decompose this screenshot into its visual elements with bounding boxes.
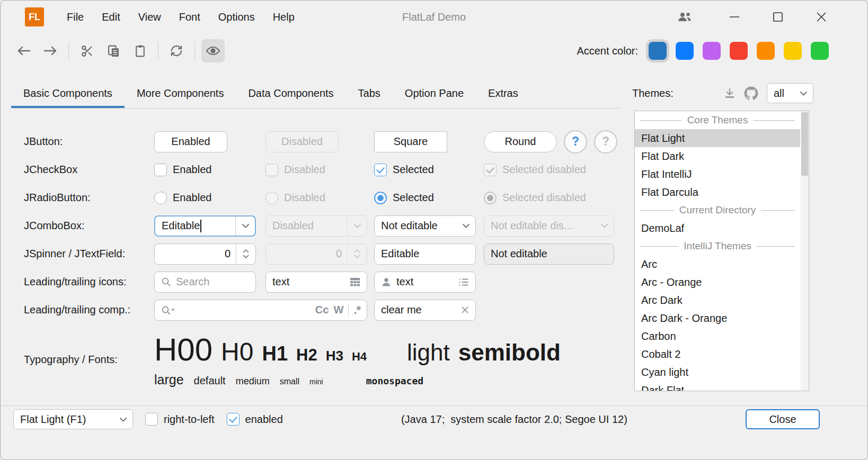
search-with-dropdown-icon[interactable] — [161, 305, 175, 315]
menu-item-file[interactable]: File — [58, 8, 93, 26]
accent-color-swatch-3[interactable] — [703, 42, 721, 60]
spinner-down-icon — [243, 255, 249, 258]
whole-word-icon[interactable]: W — [333, 304, 343, 316]
radio-selected[interactable]: Selected — [374, 192, 434, 204]
clear-icon[interactable] — [461, 306, 469, 314]
textfield-input[interactable] — [381, 248, 469, 260]
light-sample: light — [407, 339, 450, 366]
jcombobox-label: JComboBox: — [24, 220, 154, 232]
chevron-down-icon[interactable] — [456, 223, 475, 228]
checkbox-selected[interactable]: Selected — [374, 164, 434, 176]
refresh-button[interactable] — [165, 39, 188, 62]
show-hidden-eye-toggle[interactable] — [201, 39, 225, 62]
accent-color-swatch-5[interactable] — [757, 42, 775, 60]
jbutton-square[interactable]: Square — [374, 131, 447, 152]
help-button[interactable]: ? — [564, 130, 587, 154]
theme-item-arc-dark-orange[interactable]: Arc Dark - Orange — [635, 309, 800, 327]
menu-item-font[interactable]: Font — [170, 8, 209, 26]
textfield-input[interactable] — [396, 276, 454, 288]
chevron-down-icon[interactable] — [113, 417, 132, 422]
tab-tabs[interactable]: Tabs — [346, 81, 393, 108]
combobox-not-editable[interactable]: Not editable — [374, 215, 476, 237]
chevron-down-icon[interactable] — [236, 223, 255, 228]
cut-button[interactable] — [75, 39, 99, 62]
github-icon[interactable] — [740, 83, 761, 104]
checkbox-enabled[interactable]: Enabled — [154, 164, 211, 176]
text-field-table[interactable] — [265, 272, 367, 293]
clear-me-input[interactable] — [381, 304, 456, 316]
theme-item-flat-light[interactable]: Flat Light — [635, 129, 800, 147]
regex-icon[interactable]: .* — [353, 303, 360, 317]
accent-color-swatch-2[interactable] — [676, 42, 694, 60]
jbutton-round[interactable]: Round — [484, 131, 557, 152]
textfield-input[interactable] — [272, 276, 345, 288]
spinner-input[interactable] — [155, 248, 236, 260]
users-icon[interactable] — [672, 5, 697, 29]
menu-item-view[interactable]: View — [129, 8, 170, 26]
themes-scrollbar-thumb[interactable] — [801, 112, 808, 176]
search-input[interactable] — [176, 276, 249, 288]
right-to-left-checkbox[interactable]: right-to-left — [145, 413, 215, 426]
forward-button[interactable] — [39, 39, 62, 62]
menu-item-edit[interactable]: Edit — [93, 8, 129, 26]
radio-enabled[interactable]: Enabled — [154, 192, 211, 204]
copy-button[interactable] — [102, 39, 125, 62]
close-button[interactable]: Close — [746, 409, 820, 429]
user-icon — [381, 277, 392, 287]
theme-item-cobalt-2[interactable]: Cobalt 2 — [635, 345, 800, 363]
text-field-user-menu[interactable] — [374, 272, 476, 293]
themes-filter-combobox[interactable]: all — [767, 83, 813, 103]
spinner-down-icon — [354, 255, 360, 258]
menu-item-help[interactable]: Help — [264, 8, 304, 26]
search-field[interactable] — [154, 272, 256, 293]
paste-button[interactable] — [128, 39, 152, 62]
tab-data-components[interactable]: Data Components — [236, 81, 346, 108]
maximize-button[interactable] — [766, 5, 790, 29]
close-window-button[interactable] — [809, 5, 834, 29]
combobox-editable[interactable]: Editable — [154, 215, 256, 237]
theme-item-demolaf[interactable]: DemoLaf — [635, 219, 800, 237]
accent-color-swatch-1[interactable] — [649, 42, 667, 60]
minimize-button[interactable] — [722, 5, 747, 29]
table-icon[interactable] — [350, 277, 360, 287]
back-button[interactable] — [12, 39, 36, 62]
tab-more-components[interactable]: More Components — [125, 81, 236, 108]
radio-label: Selected disabled — [502, 192, 586, 204]
download-icon[interactable] — [719, 83, 740, 104]
tab-extras[interactable]: Extras — [476, 81, 530, 108]
radio-label: Disabled — [284, 192, 325, 204]
search-options-input[interactable] — [180, 304, 311, 316]
theme-item-arc[interactable]: Arc — [635, 255, 800, 273]
app-logo-icon: FL — [25, 7, 44, 26]
theme-item-flat-darcula[interactable]: Flat Darcula — [635, 183, 800, 201]
enabled-checkbox[interactable]: enabled — [227, 413, 283, 426]
textfield-editable[interactable] — [374, 243, 476, 265]
combobox-value: Not editable dis... — [484, 220, 595, 232]
theme-item-flat-intellij[interactable]: Flat IntelliJ — [635, 165, 800, 183]
theme-item-arc-orange[interactable]: Arc - Orange — [635, 273, 800, 291]
clear-me-field[interactable] — [374, 300, 476, 321]
search-icon — [161, 277, 171, 287]
theme-item-dark-flat[interactable]: Dark Flat — [635, 381, 800, 391]
menu-icon[interactable] — [458, 278, 469, 286]
tab-option-pane[interactable]: Option Pane — [393, 81, 476, 108]
accent-color-swatch-4[interactable] — [730, 42, 748, 60]
accent-color-swatch-6[interactable] — [784, 42, 802, 60]
accent-color-swatch-7[interactable] — [811, 42, 829, 60]
jspinner[interactable] — [154, 243, 256, 265]
theme-item-flat-dark[interactable]: Flat Dark — [635, 147, 800, 165]
spinner-up-down-buttons[interactable] — [236, 249, 255, 258]
menu-item-options[interactable]: Options — [209, 8, 264, 26]
chevron-down-icon[interactable] — [794, 91, 813, 96]
search-options-field[interactable]: Cc W .* — [154, 300, 367, 321]
theme-item-cyan-light[interactable]: Cyan light — [635, 363, 800, 381]
radio-icon — [154, 192, 167, 204]
theme-item-carbon[interactable]: Carbon — [635, 327, 800, 345]
theme-item-arc-dark[interactable]: Arc Dark — [635, 291, 800, 309]
help-button-disabled: ? — [594, 130, 617, 154]
jbutton-enabled[interactable]: Enabled — [154, 131, 227, 152]
combobox-disabled: Disabled — [265, 215, 367, 237]
laf-selector-combobox[interactable]: Flat Light (F1) — [13, 409, 133, 429]
match-case-icon[interactable]: Cc — [315, 304, 329, 316]
tab-basic-components[interactable]: Basic Components — [11, 81, 125, 108]
